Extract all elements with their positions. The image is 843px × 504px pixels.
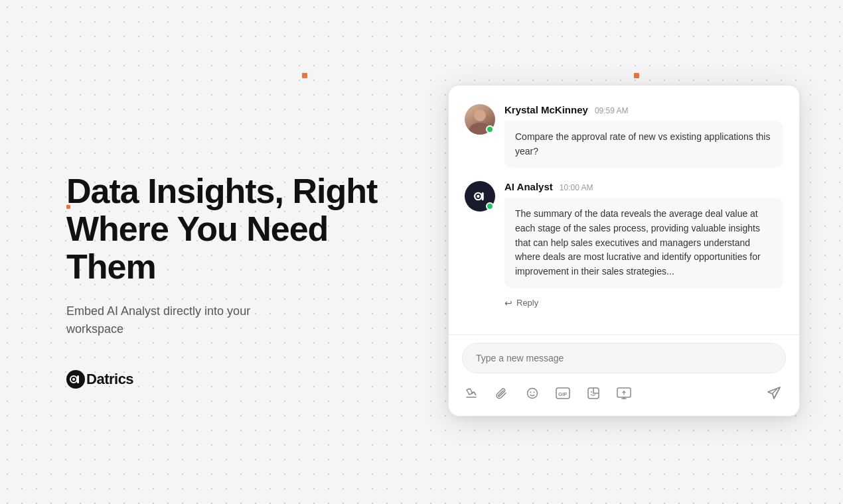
send-button[interactable] [762,381,786,405]
accent-dot-left [302,73,307,78]
message-header-1: Krystal McKinney 09:59 AM [504,104,783,115]
screen-share-icon[interactable] [615,384,633,403]
message-time-1: 09:59 AM [595,106,629,115]
chat-input-area: GIF [449,334,799,416]
svg-text:GIF: GIF [558,391,567,397]
attach-icon[interactable] [493,384,511,403]
message-header-2: AI Analyst 10:00 AM [504,181,783,192]
message-2: AI Analyst 10:00 AM The summary of the d… [465,181,783,310]
reply-label: Reply [516,298,538,308]
headline-line2: Where You Need Them [66,210,328,286]
accent-dot-right [634,73,639,78]
svg-point-11 [534,392,535,393]
sender-name-ai: AI Analyst [504,181,553,192]
message-bubble-2: The summary of the data reveals the aver… [504,198,783,288]
online-indicator-krystal [486,125,494,133]
message-bubble-1: Compare the approval rate of new vs exis… [504,121,783,168]
reply-button[interactable]: ↩ Reply [504,295,538,311]
sender-name-krystal: Krystal McKinney [504,104,588,115]
avatar-ai-wrap [465,181,495,212]
svg-rect-7 [482,192,484,200]
message-content-1: Krystal McKinney 09:59 AM Compare the ap… [504,104,783,168]
svg-point-15 [591,391,592,393]
chat-widget: Krystal McKinney 09:59 AM Compare the ap… [448,85,800,416]
svg-point-2 [72,378,75,381]
svg-point-9 [528,389,538,399]
message-input[interactable] [462,343,786,373]
headline-line1: Data Insights, Right [66,172,377,210]
avatar-krystal-wrap [465,104,495,135]
svg-point-10 [530,392,532,393]
logo-icon [66,370,85,389]
message-content-2: AI Analyst 10:00 AM The summary of the d… [504,181,783,310]
logo: Datrics [66,370,385,389]
chat-toolbar: GIF [462,381,786,405]
gif-icon[interactable]: GIF [554,384,572,403]
svg-point-6 [477,195,479,198]
message-time-2: 10:00 AM [560,183,593,192]
logo-text: Datrics [86,371,133,388]
svg-rect-3 [77,375,79,383]
format-icon[interactable] [462,384,481,403]
subheadline: Embed AI Analyst directly into your work… [66,302,385,338]
headline: Data Insights, Right Where You Need Them [66,172,385,286]
chat-messages: Krystal McKinney 09:59 AM Compare the ap… [449,86,799,334]
online-indicator-ai [486,202,494,210]
sticker-icon[interactable] [584,384,603,403]
toolbar-left-icons: GIF [462,384,633,403]
message-1: Krystal McKinney 09:59 AM Compare the ap… [465,104,783,168]
reply-icon: ↩ [504,298,512,308]
left-content: Data Insights, Right Where You Need Them… [66,172,385,389]
emoji-icon[interactable] [523,384,542,403]
